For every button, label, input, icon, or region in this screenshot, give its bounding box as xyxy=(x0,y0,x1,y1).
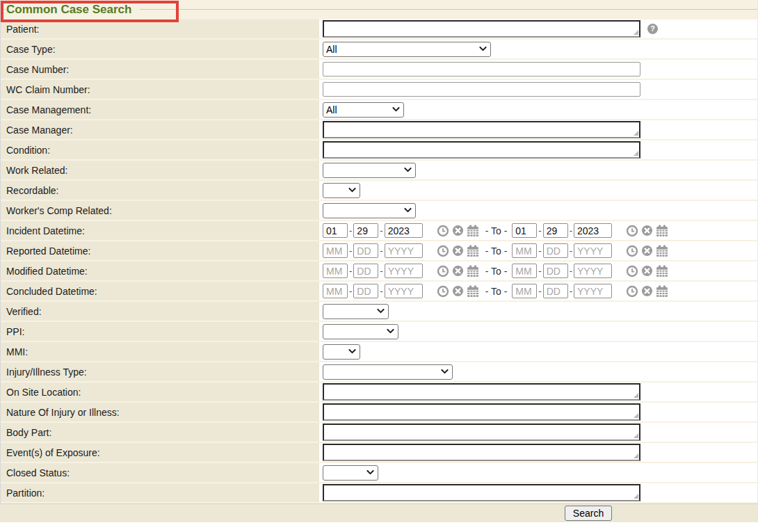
field-label-cell: Case Manager: xyxy=(1,120,319,139)
clock-icon[interactable] xyxy=(626,265,638,277)
case-type-select[interactable]: All xyxy=(323,42,491,57)
field-label-cell: Reported Datetime: xyxy=(1,241,319,260)
clear-circle-icon[interactable] xyxy=(452,265,464,277)
reported-datetime-to-yyyy-input[interactable] xyxy=(574,243,612,258)
field-label-cell: Injury/Illness Type: xyxy=(1,362,319,381)
reported-datetime-from-mm-input[interactable] xyxy=(323,243,348,258)
form-rows: Patient:?Case Type:AllCase Number:WC Cla… xyxy=(1,19,757,502)
worker-s-comp-related-select[interactable] xyxy=(323,203,416,218)
calendar-icon[interactable] xyxy=(467,225,479,237)
verified-select[interactable] xyxy=(323,304,389,319)
clock-icon[interactable] xyxy=(437,265,449,277)
wc-claim-number-input[interactable] xyxy=(323,82,640,97)
reported-datetime-from-dd-input[interactable] xyxy=(353,243,378,258)
help-circle-icon[interactable]: ? xyxy=(647,23,659,35)
field-input-cell: --- To --- xyxy=(319,282,757,300)
incident-datetime-to-mm-input[interactable] xyxy=(512,223,537,238)
field-input-cell xyxy=(319,161,757,179)
reported-datetime-from-yyyy-input[interactable] xyxy=(385,243,423,258)
field-label: Injury/Illness Type: xyxy=(6,366,87,378)
field-label-cell: Recordable: xyxy=(1,181,319,200)
on-site-location-textarea[interactable] xyxy=(323,383,640,401)
case-management-select[interactable]: All xyxy=(323,102,404,118)
patient-textarea[interactable] xyxy=(323,20,640,38)
clear-circle-icon[interactable] xyxy=(452,225,464,236)
field-label-cell: Event(s) of Exposure: xyxy=(1,443,319,462)
search-button[interactable]: Search xyxy=(565,506,612,521)
field-input-cell xyxy=(319,201,757,220)
clear-circle-icon[interactable] xyxy=(452,245,464,257)
calendar-icon[interactable] xyxy=(656,285,668,298)
calendar-icon[interactable] xyxy=(467,245,479,257)
clear-circle-icon[interactable] xyxy=(641,245,653,257)
date-icon-group xyxy=(434,265,479,277)
concluded-datetime-from-yyyy-input[interactable] xyxy=(385,284,423,298)
patient-textarea-wrap xyxy=(323,20,640,38)
clock-icon[interactable] xyxy=(437,225,449,237)
clock-icon[interactable] xyxy=(437,285,449,298)
concluded-datetime-to-mm-input[interactable] xyxy=(512,284,537,298)
clear-circle-icon[interactable] xyxy=(641,265,653,277)
recordable-select[interactable] xyxy=(323,183,360,198)
field-input-cell xyxy=(319,322,757,341)
calendar-icon[interactable] xyxy=(656,265,668,277)
date-dash: - xyxy=(538,225,541,236)
case-manager-textarea[interactable] xyxy=(323,121,640,138)
concluded-datetime-to-yyyy-input[interactable] xyxy=(574,284,612,298)
field-label: Recordable: xyxy=(6,185,59,196)
form-row: Reported Datetime:--- To --- xyxy=(1,241,757,260)
work-related-select[interactable] xyxy=(323,163,416,178)
field-label: MMI: xyxy=(6,346,28,357)
body-part-textarea[interactable] xyxy=(323,424,640,441)
condition-textarea[interactable] xyxy=(323,141,640,159)
select-value: All xyxy=(326,104,337,115)
incident-datetime-to-dd-input[interactable] xyxy=(543,223,568,238)
ppi-select[interactable] xyxy=(323,324,398,339)
calendar-icon[interactable] xyxy=(656,225,668,237)
calendar-icon[interactable] xyxy=(656,245,668,257)
clock-icon[interactable] xyxy=(626,225,638,237)
reported-datetime-to-mm-input[interactable] xyxy=(512,243,537,258)
incident-datetime-to-yyyy-input[interactable] xyxy=(574,223,612,238)
calendar-icon[interactable] xyxy=(467,285,479,298)
clear-circle-icon[interactable] xyxy=(641,225,653,236)
clock-icon[interactable] xyxy=(626,285,638,298)
field-label: Body Part: xyxy=(6,427,51,438)
incident-datetime-from-mm-input[interactable] xyxy=(323,223,348,238)
modified-datetime-to-mm-input[interactable] xyxy=(512,264,537,278)
concluded-datetime-to-dd-input[interactable] xyxy=(543,284,568,298)
field-label-cell: WC Claim Number: xyxy=(1,80,319,99)
field-label: WC Claim Number: xyxy=(6,84,90,95)
clear-circle-icon[interactable] xyxy=(641,285,653,297)
nature-of-injury-or-illness-textarea[interactable] xyxy=(323,403,640,421)
event-s-of-exposure-textarea[interactable] xyxy=(323,444,640,461)
field-input-cell: ? xyxy=(319,19,757,38)
clear-circle-icon[interactable] xyxy=(452,285,464,297)
incident-datetime-from-yyyy-input[interactable] xyxy=(385,223,423,238)
case-number-input[interactable] xyxy=(323,62,640,76)
injury-illness-type-select[interactable] xyxy=(323,364,453,380)
modified-datetime-to-yyyy-input[interactable] xyxy=(574,264,612,278)
field-label: Closed Status: xyxy=(6,467,70,478)
concluded-datetime-from-mm-input[interactable] xyxy=(323,284,348,298)
clock-icon[interactable] xyxy=(626,245,638,257)
reported-datetime-to-dd-input[interactable] xyxy=(543,243,568,258)
modified-datetime-from-yyyy-input[interactable] xyxy=(385,264,423,278)
concluded-datetime-from-dd-input[interactable] xyxy=(353,284,378,298)
field-input-cell: --- To --- xyxy=(319,261,757,280)
field-label-cell: PPI: xyxy=(1,322,319,341)
modified-datetime-from-mm-input[interactable] xyxy=(323,264,348,278)
clock-icon[interactable] xyxy=(437,245,449,257)
modified-datetime-from-dd-input[interactable] xyxy=(353,264,378,278)
incident-datetime-from-dd-input[interactable] xyxy=(353,223,378,238)
calendar-icon[interactable] xyxy=(467,265,479,277)
form-row: Case Management:All xyxy=(1,100,757,119)
closed-status-select[interactable] xyxy=(323,465,378,481)
date-icon-group xyxy=(434,225,479,237)
date-dash: - xyxy=(349,266,352,276)
partition-textarea[interactable] xyxy=(323,484,640,501)
date-range-to-label: - To - xyxy=(485,266,508,277)
form-row: Case Manager: xyxy=(1,120,757,139)
mmi-select[interactable] xyxy=(323,344,360,360)
modified-datetime-to-dd-input[interactable] xyxy=(543,264,568,278)
